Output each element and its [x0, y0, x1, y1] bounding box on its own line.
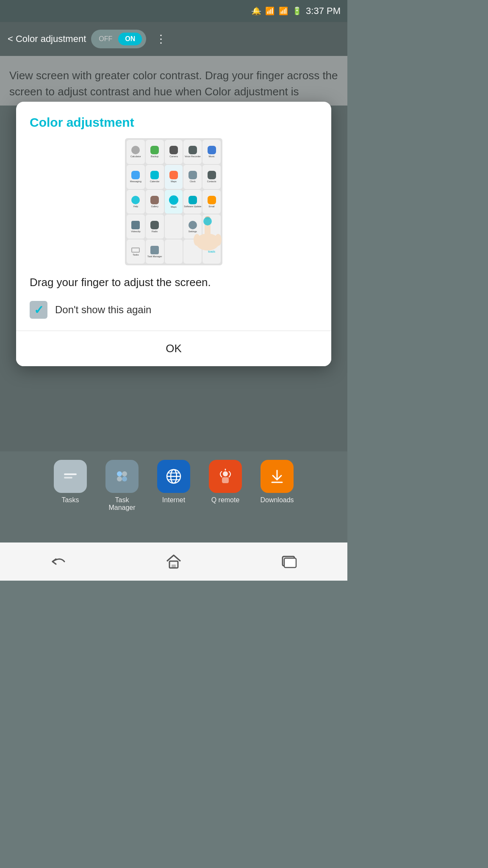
internet-icon [157, 460, 190, 493]
app-cell: Radio [146, 214, 164, 239]
toggle-off-label: OFF [93, 33, 118, 45]
dialog-title: Color adjustment [30, 115, 318, 130]
more-options-icon[interactable]: ⋮ [155, 33, 166, 46]
recent-apps-nav-icon [280, 554, 299, 569]
svg-point-4 [215, 234, 222, 246]
svg-rect-24 [172, 565, 176, 568]
ok-button[interactable]: OK [16, 331, 331, 366]
navigation-bar [0, 542, 347, 581]
dont-show-label: Don't show this again [55, 304, 151, 316]
task-manager-icon [105, 460, 139, 493]
back-button[interactable]: < Color adjustment [8, 33, 86, 45]
home-nav-icon [165, 554, 182, 570]
dialog-instruction: Drag your finger to adjust the screen. [30, 275, 318, 290]
dock-item-internet[interactable]: Internet [152, 460, 195, 504]
qremote-label: Q remote [211, 496, 240, 504]
svg-point-6 [203, 217, 212, 225]
svg-point-9 [117, 471, 122, 476]
app-cell: Maps [165, 165, 183, 189]
app-cell: Camera [165, 140, 183, 164]
app-cell: Backup [146, 140, 164, 164]
task-manager-label: Task Manager [101, 496, 143, 512]
app-cell [165, 214, 183, 239]
app-cell: Contacts [202, 165, 221, 189]
dock-items-row: Tasks Task Manager [41, 460, 307, 512]
battery-icon: 🔋 [292, 6, 302, 16]
app-cell: Gallery [146, 190, 164, 214]
svg-rect-19 [222, 477, 229, 483]
tasks-label: Tasks [62, 496, 79, 504]
signal-icon: 📶 [279, 6, 288, 16]
qremote-icon [209, 460, 242, 493]
app-cell: Calendar [146, 165, 164, 189]
internet-label: Internet [162, 496, 185, 504]
svg-point-11 [117, 476, 122, 481]
svg-rect-7 [64, 473, 77, 475]
back-nav-icon [47, 554, 69, 569]
svg-point-18 [223, 471, 228, 476]
app-dock: Tasks Task Manager [0, 451, 347, 542]
dock-item-qremote[interactable]: Q remote [204, 460, 247, 504]
dock-item-tasks[interactable]: Tasks [49, 460, 92, 504]
svg-point-12 [122, 476, 127, 481]
dock-item-downloads[interactable]: Downloads [256, 460, 298, 504]
toggle-on-label: ON [118, 33, 142, 45]
downloads-icon [261, 460, 294, 493]
nav-back-button[interactable] [41, 549, 75, 574]
toggle-switch[interactable]: OFF ON [91, 30, 146, 48]
wifi-icon: 📶 [265, 6, 274, 16]
checkmark-icon: ✓ [34, 303, 44, 317]
svg-rect-8 [64, 477, 72, 479]
svg-point-3 [194, 234, 200, 246]
app-cell: Clock [183, 165, 202, 189]
downloads-label: Downloads [260, 496, 294, 504]
status-icons: 🔔 📶 📶 🔋 3:37 PM [252, 6, 341, 17]
svg-point-10 [122, 471, 127, 476]
app-cell: Tasks [127, 239, 145, 264]
app-cell: Help [127, 190, 145, 214]
tasks-icon [54, 460, 87, 493]
app-cell: Voice Recorder [183, 140, 202, 164]
app-bar: < Color adjustment OFF ON ⋮ [0, 22, 347, 56]
app-cell: Videoclip [127, 214, 145, 239]
dont-show-checkbox[interactable]: ✓ [30, 301, 47, 319]
color-adjustment-dialog: Color adjustment Calculator Backup Camer… [16, 102, 331, 366]
app-cell: Maps [165, 190, 183, 214]
svg-rect-26 [284, 558, 296, 568]
nav-home-button[interactable] [157, 549, 191, 574]
checkbox-row: ✓ Don't show this again [30, 301, 318, 319]
mute-icon: 🔔 [252, 6, 261, 16]
dock-item-task-manager[interactable]: Task Manager [101, 460, 143, 512]
status-bar: 🔔 📶 📶 🔋 3:37 PM [0, 0, 347, 22]
app-cell: Music [202, 140, 221, 164]
app-cell [165, 239, 183, 264]
nav-recent-button[interactable] [272, 549, 306, 574]
app-cell: Task Manager [146, 239, 164, 264]
app-cell: Messaging [127, 165, 145, 189]
status-time: 3:37 PM [306, 6, 341, 17]
app-cell: Calculator [127, 140, 145, 164]
finger-gesture-icon [189, 210, 222, 265]
dialog-illustration: Calculator Backup Camera Voice Recorder … [125, 138, 222, 265]
